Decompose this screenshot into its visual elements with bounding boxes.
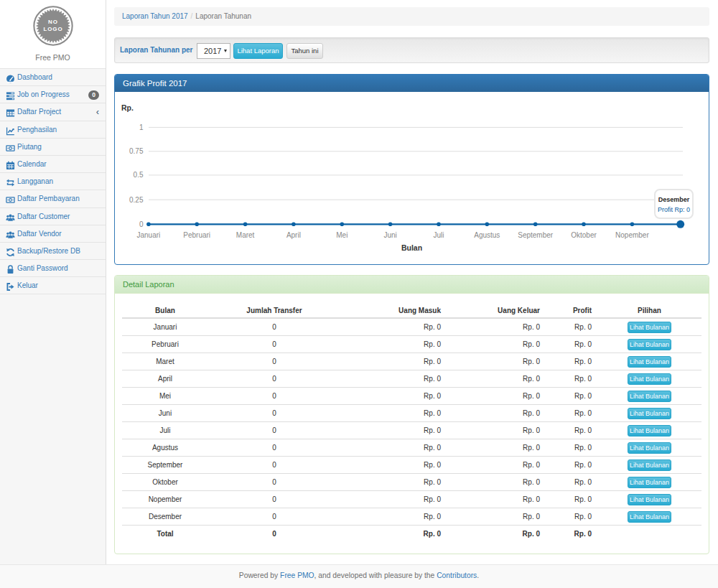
svg-text:Mei: Mei — [336, 231, 348, 239]
svg-text:Nopember: Nopember — [615, 231, 649, 239]
svg-text:LOGO: LOGO — [43, 26, 62, 32]
svg-text:April: April — [286, 231, 301, 239]
svg-text:0.5: 0.5 — [134, 171, 144, 179]
svg-text:NO: NO — [48, 19, 58, 25]
svg-text:Juli: Juli — [433, 231, 444, 239]
svg-text:Januari: Januari — [136, 231, 160, 239]
svg-text:Maret: Maret — [236, 231, 255, 239]
svg-text:0: 0 — [139, 220, 144, 228]
svg-text:0.75: 0.75 — [129, 147, 144, 155]
svg-text:1: 1 — [139, 123, 144, 131]
svg-text:Pebruari: Pebruari — [183, 231, 210, 239]
svg-text:0.25: 0.25 — [129, 196, 144, 204]
svg-text:September: September — [518, 231, 554, 239]
svg-text:Oktober: Oktober — [571, 231, 597, 239]
svg-text:Juni: Juni — [383, 231, 396, 239]
svg-text:Agustus: Agustus — [474, 231, 500, 239]
